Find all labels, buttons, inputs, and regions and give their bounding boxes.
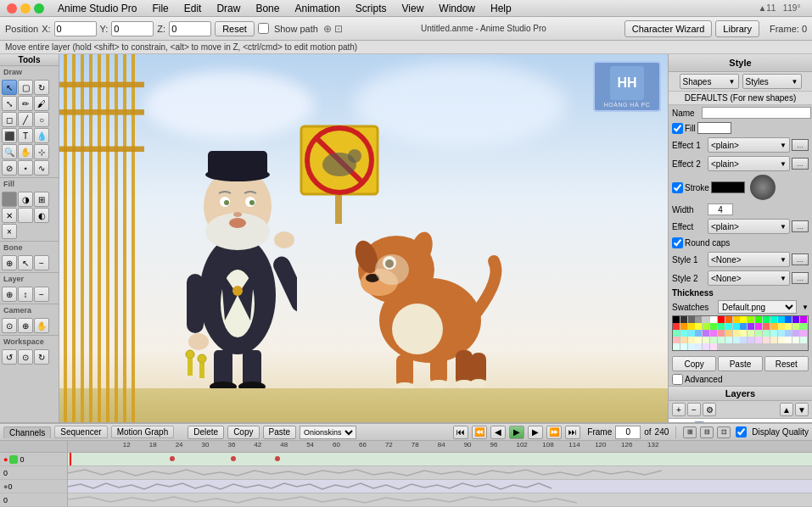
color-cell[interactable] (778, 337, 785, 343)
color-cell[interactable] (733, 330, 740, 337)
color-cell[interactable] (695, 330, 702, 337)
menu-bone[interactable]: Bone (249, 2, 286, 15)
color-cell[interactable] (688, 337, 695, 343)
style1-dropdown[interactable]: <None> ▼ (708, 252, 790, 267)
color-cell[interactable] (688, 343, 695, 350)
text-tool[interactable]: T (18, 128, 33, 143)
go-end-btn[interactable]: ⏭ (565, 426, 580, 439)
color-cell[interactable] (748, 323, 754, 330)
prev-frame-btn[interactable]: ◀ (490, 426, 506, 439)
color-cell[interactable] (718, 323, 725, 330)
layer-delete-tool[interactable]: − (34, 287, 49, 302)
color-cell[interactable] (718, 330, 725, 337)
style1-extra-btn[interactable]: … (792, 254, 809, 265)
color-cell[interactable] (748, 330, 754, 337)
color-cell[interactable] (778, 323, 785, 330)
library-button[interactable]: Library (715, 20, 759, 37)
color-cell[interactable] (688, 323, 695, 330)
color-cell[interactable] (792, 330, 799, 337)
color-cell[interactable] (763, 323, 770, 330)
next-frame-btn[interactable]: ▶ (528, 426, 543, 439)
delete-button[interactable]: Delete (188, 426, 224, 439)
effect1-extra-btn[interactable]: … (792, 139, 809, 151)
menu-animation[interactable]: Animation (288, 2, 346, 15)
color-cell[interactable] (792, 337, 799, 343)
color-cell[interactable] (800, 337, 807, 343)
menu-draw[interactable]: Draw (210, 2, 247, 15)
styles-button[interactable]: Styles ▼ (742, 74, 802, 89)
layer-down-btn[interactable]: ▼ (795, 403, 809, 416)
select-tool[interactable]: ▢ (18, 80, 33, 95)
color-cell[interactable] (673, 323, 680, 330)
color-cell[interactable] (748, 316, 754, 323)
color-cell[interactable] (792, 323, 799, 330)
color-cell[interactable] (740, 337, 747, 343)
color-cell[interactable] (703, 323, 709, 330)
menu-scripts[interactable]: Scripts (349, 2, 394, 15)
color-cell[interactable] (733, 316, 740, 323)
camera-zoom-tool[interactable]: ⊕ (18, 318, 33, 333)
view-btn-1[interactable]: ⊞ (683, 426, 697, 438)
track-3[interactable] (68, 493, 812, 507)
color-cell[interactable] (800, 316, 807, 323)
effect1-dropdown[interactable]: <plain> ▼ (708, 137, 790, 153)
fill-tool[interactable]: ⬛ (2, 128, 17, 143)
fill-remove-tool[interactable]: ✕ (2, 208, 17, 223)
onionskins-select[interactable]: Onionskins (300, 426, 356, 439)
pan-tool[interactable]: ✋ (18, 144, 33, 159)
color-cell[interactable] (755, 316, 762, 323)
stroke-color-tool[interactable] (18, 208, 33, 223)
layer-vis-icon[interactable] (670, 422, 679, 423)
color-cell[interactable] (680, 337, 687, 343)
menu-edit[interactable]: Edit (177, 2, 209, 15)
layer-row[interactable]: 🔒 Smile (669, 419, 812, 422)
track-1[interactable] (68, 466, 812, 480)
color-cell[interactable] (725, 330, 732, 337)
y-input[interactable] (111, 21, 154, 36)
color-cell[interactable] (770, 337, 777, 343)
shape-tool[interactable]: ○ (34, 112, 49, 127)
color-cell[interactable] (673, 330, 680, 337)
frame-input[interactable] (615, 426, 641, 439)
layer-add-btn[interactable]: + (672, 403, 686, 416)
color-cell[interactable] (725, 337, 732, 343)
show-path-checkbox[interactable] (258, 23, 269, 34)
color-cell[interactable] (770, 323, 777, 330)
effect-extra-btn[interactable]: … (792, 220, 809, 232)
brush-tool[interactable]: 🖌 (34, 96, 49, 111)
eraser-tool[interactable]: ◻ (2, 112, 17, 127)
color-cell[interactable] (785, 337, 792, 343)
copy-button[interactable]: Copy (672, 356, 716, 371)
color-cell[interactable] (688, 330, 695, 337)
fill-gradient-tool[interactable]: ◑ (18, 192, 33, 207)
color-cell[interactable] (673, 337, 680, 343)
width-input[interactable] (708, 203, 733, 215)
menu-file[interactable]: File (145, 2, 175, 15)
track-0[interactable] (68, 453, 812, 466)
color-cell[interactable] (695, 337, 702, 343)
color-cell[interactable] (725, 323, 732, 330)
color-cell[interactable] (718, 316, 725, 323)
curve-tool[interactable]: ∿ (34, 160, 49, 176)
color-cell[interactable] (800, 323, 807, 330)
minimize-button[interactable] (20, 3, 31, 14)
bone-add-tool[interactable]: ⊕ (2, 255, 17, 270)
reset-button[interactable]: Reset (215, 21, 255, 36)
stroke-remove-tool[interactable]: × (2, 224, 17, 239)
color-cell[interactable] (695, 316, 702, 323)
color-cell[interactable] (725, 316, 732, 323)
color-cell[interactable] (755, 323, 762, 330)
color-cell[interactable] (718, 337, 725, 343)
color-cell[interactable] (740, 316, 747, 323)
color-cell[interactable] (710, 323, 717, 330)
color-cell[interactable] (703, 330, 709, 337)
bone-tool[interactable]: ⊘ (2, 160, 17, 176)
warp-tool[interactable]: ⊹ (34, 144, 49, 159)
menu-app[interactable]: Anime Studio Pro (51, 2, 143, 15)
layer-settings-btn[interactable]: ⚙ (703, 403, 716, 416)
pencil-tool[interactable]: ✏ (18, 96, 33, 111)
color-cell[interactable] (680, 323, 687, 330)
x-input[interactable] (54, 21, 97, 36)
color-cell[interactable] (792, 316, 799, 323)
color-cell[interactable] (680, 316, 687, 323)
